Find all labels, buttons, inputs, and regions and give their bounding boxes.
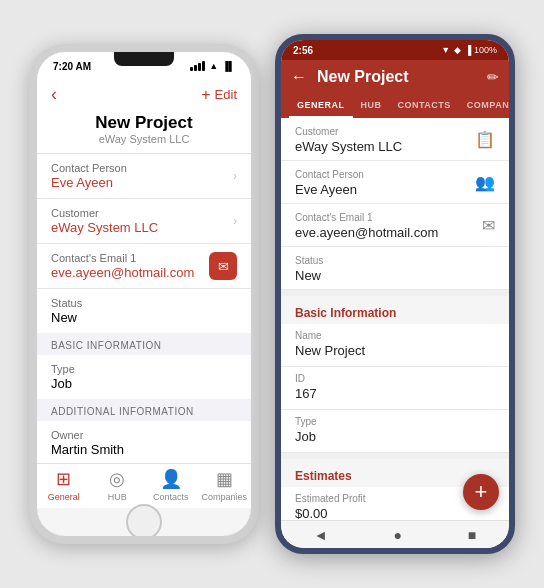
android-name-field: Name New Project [281, 324, 509, 367]
type-content: Type Job [51, 363, 237, 391]
android-edit-button[interactable]: ✏ [487, 69, 499, 85]
android-contact-value: Eve Ayeen [295, 182, 475, 197]
android-status-icons: ▼ ◆ ▐ 100% [441, 45, 497, 55]
android-status-bar: 2:56 ▼ ◆ ▐ 100% [281, 40, 509, 60]
email-value: eve.ayeen@hotmail.com [51, 265, 209, 280]
ios-tab-contacts[interactable]: 👤 Contacts [144, 468, 198, 502]
customer-value: eWay System LLC [51, 220, 233, 235]
home-button[interactable] [126, 504, 162, 540]
signal-wifi-icon: ▼ [441, 45, 450, 55]
android-tab-contacts[interactable]: CONTACTS [390, 94, 459, 118]
android-tab-general[interactable]: GENERAL [289, 94, 353, 118]
ios-project-title: New Project [51, 113, 237, 133]
ios-tab-bar: ⊞ General ◎ HUB 👤 Contacts ▦ Companies [37, 463, 251, 508]
android-type-field: Type Job [281, 410, 509, 453]
ios-back-button[interactable]: ‹ [51, 84, 57, 105]
ios-status-bar: 7:20 AM ▲ ▐▌ [37, 52, 251, 80]
android-device: 2:56 ▼ ◆ ▐ 100% ← New Project ✏ GENERAL … [275, 34, 515, 554]
android-status-value: New [295, 268, 495, 283]
ios-tab-companies[interactable]: ▦ Companies [198, 468, 252, 502]
type-field-label: Type [295, 416, 495, 427]
wifi-icon: ▲ [209, 61, 218, 71]
android-status-field: Status New [281, 247, 509, 290]
ios-basic-section-header: BASIC INFORMATION [37, 334, 251, 355]
android-contact-person-field: Contact Person Eve Ayeen 👥 [281, 161, 509, 204]
ios-status-icons: ▲ ▐▌ [190, 61, 235, 71]
android-back-nav[interactable]: ◄ [314, 527, 328, 543]
customer-icon: 📋 [475, 130, 495, 149]
android-toolbar: ← New Project ✏ [281, 60, 509, 94]
android-tab-hub[interactable]: HUB [353, 94, 390, 118]
android-email-label: Contact's Email 1 [295, 212, 482, 223]
email-field-content: Contact's Email 1 eve.ayeen@hotmail.com [295, 212, 482, 240]
owner-label: Owner [51, 429, 237, 441]
data-icon: ◆ [454, 45, 461, 55]
android-scroll-content: Customer eWay System LLC 📋 Contact Perso… [281, 118, 509, 520]
android-basic-info-header: Basic Information [281, 296, 509, 324]
general-tab-icon: ⊞ [56, 468, 71, 490]
android-home-nav[interactable]: ● [393, 527, 401, 543]
chevron-right-icon: › [233, 169, 237, 183]
type-field-value: Job [295, 429, 495, 444]
status-label: Status [51, 297, 237, 309]
status-value: New [51, 310, 237, 325]
ios-title-area: New Project eWay System LLC [37, 113, 251, 154]
general-tab-label: General [48, 492, 80, 502]
ios-contact-section: Contact Person Eve Ayeen › Customer eWay… [37, 154, 251, 333]
ios-basic-section: Type Job [37, 355, 251, 399]
ios-email-row[interactable]: Contact's Email 1 eve.ayeen@hotmail.com … [37, 244, 251, 289]
ios-project-subtitle: eWay System LLC [51, 133, 237, 145]
contact-person-label: Contact Person [51, 162, 233, 174]
android-tab-companies[interactable]: COMPANIES [459, 94, 509, 118]
ios-customer-row[interactable]: Customer eWay System LLC › [37, 199, 251, 244]
signal-icon [190, 61, 205, 71]
android-customer-field: Customer eWay System LLC 📋 [281, 118, 509, 161]
ios-owner-row: Owner Martin Smith [37, 421, 251, 463]
id-field-label: ID [295, 373, 495, 384]
android-email-value: eve.ayeen@hotmail.com [295, 225, 482, 240]
id-field-value: 167 [295, 386, 495, 401]
ios-contact-person-row[interactable]: Contact Person Eve Ayeen › [37, 154, 251, 199]
android-page-title: New Project [317, 68, 487, 86]
android-screen: 2:56 ▼ ◆ ▐ 100% ← New Project ✏ GENERAL … [281, 40, 509, 548]
android-status-label: Status [295, 255, 495, 266]
email-icon: ✉ [209, 252, 237, 280]
edit-label: Edit [215, 87, 237, 102]
email-field-icon: ✉ [482, 216, 495, 235]
android-tab-bar: GENERAL HUB CONTACTS COMPANIES [281, 94, 509, 118]
contacts-tab-icon: 👤 [160, 468, 182, 490]
android-nav-bar: ◄ ● ■ [281, 520, 509, 548]
ios-tab-hub[interactable]: ◎ HUB [91, 468, 145, 502]
battery-icon-android: ▐ 100% [465, 45, 497, 55]
ios-status-row: Status New [37, 289, 251, 333]
ios-time: 7:20 AM [53, 61, 91, 72]
companies-tab-label: Companies [201, 492, 247, 502]
name-field-value: New Project [295, 343, 495, 358]
android-email-field: Contact's Email 1 eve.ayeen@hotmail.com … [281, 204, 509, 247]
chevron-right-icon-2: › [233, 214, 237, 228]
contacts-tab-label: Contacts [153, 492, 189, 502]
contact-icon: 👥 [475, 173, 495, 192]
android-id-field: ID 167 [281, 367, 509, 410]
android-customer-value: eWay System LLC [295, 139, 475, 154]
name-field-label: Name [295, 330, 495, 341]
contact-person-content: Contact Person Eve Ayeen [51, 162, 233, 190]
email-content: Contact's Email 1 eve.ayeen@hotmail.com [51, 252, 209, 280]
plus-icon: + [201, 86, 210, 104]
iphone-notch [114, 52, 174, 66]
android-recent-nav[interactable]: ■ [468, 527, 476, 543]
owner-value: Martin Smith [51, 442, 237, 457]
email-label: Contact's Email 1 [51, 252, 209, 264]
android-contact-label: Contact Person [295, 169, 475, 180]
android-time: 2:56 [293, 45, 313, 56]
android-back-button[interactable]: ← [291, 68, 307, 86]
contact-field-content: Contact Person Eve Ayeen [295, 169, 475, 197]
ios-tab-general[interactable]: ⊞ General [37, 468, 91, 502]
contact-person-value: Eve Ayeen [51, 175, 233, 190]
ios-additional-section: Owner Martin Smith [37, 421, 251, 463]
customer-content: Customer eWay System LLC [51, 207, 233, 235]
companies-tab-icon: ▦ [216, 468, 233, 490]
owner-content: Owner Martin Smith [51, 429, 237, 457]
ios-edit-button[interactable]: + Edit [201, 86, 237, 104]
android-fab-button[interactable]: + [463, 474, 499, 510]
